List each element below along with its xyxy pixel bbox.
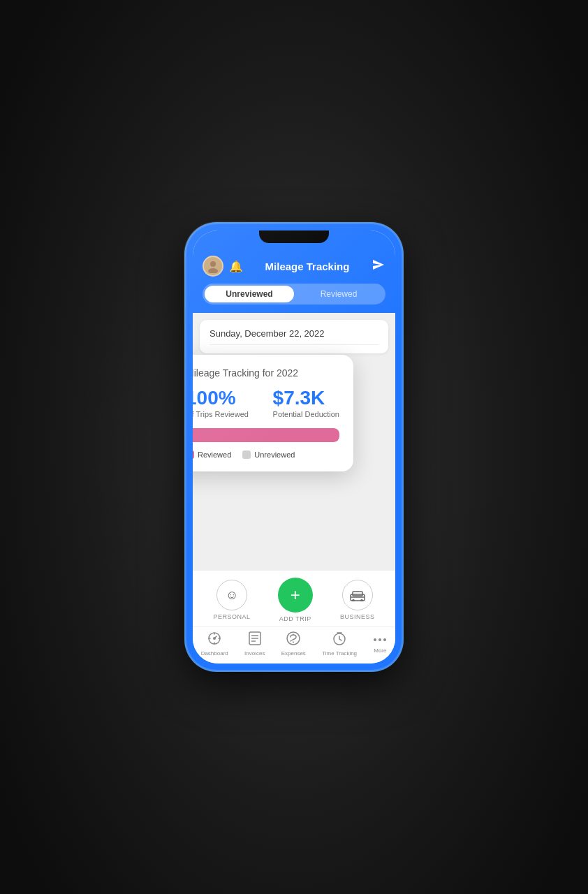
time-tracking-label: Time Tracking [322,650,357,657]
nav-expenses[interactable]: Expenses [281,631,306,657]
summary-title: Mileage Tracking for 2022 [193,367,339,379]
status-bar [193,230,395,250]
svg-point-5 [360,599,363,601]
personal-label: PERSONAL [214,613,251,620]
more-icon [373,631,387,646]
svg-point-15 [378,638,381,641]
phone-frame: 🔔 Mileage Tracking Unreviewed Reviewed [186,224,402,670]
svg-point-1 [208,268,218,273]
tab-reviewed[interactable]: Reviewed [294,286,383,302]
nav-dashboard[interactable]: Dashboard [201,631,228,657]
personal-button[interactable]: ☺ PERSONAL [214,580,251,620]
business-label: BUSINESS [340,613,375,620]
dashboard-icon [207,631,221,649]
progress-bar-container [193,428,339,442]
add-trip-label: ADD TRIP [279,615,311,622]
phone-mockup: 🔔 Mileage Tracking Unreviewed Reviewed [186,224,402,670]
trips-reviewed-label: Of Trips Reviewed [193,410,249,418]
notch [259,230,329,243]
legend-unreviewed: Unreviewed [242,450,295,459]
stats-row: 100% Of Trips Reviewed $7.3K Potential D… [193,388,339,418]
personal-icon: ☺ [216,580,247,610]
trips-reviewed-stat: 100% Of Trips Reviewed [193,388,249,418]
progress-bar-fill [193,428,339,442]
tab-bar: Unreviewed Reviewed [193,284,395,313]
svg-point-0 [210,261,216,267]
legend-reviewed: Reviewed [193,450,231,459]
send-icon[interactable] [372,258,385,274]
add-trip-button[interactable]: + ADD TRIP [278,578,313,622]
nav-time-tracking[interactable]: Time Tracking [322,631,357,657]
more-label: More [374,647,386,654]
phone-screen: 🔔 Mileage Tracking Unreviewed Reviewed [193,230,395,664]
expenses-icon [286,631,300,649]
legend: Reviewed Unreviewed [193,450,339,459]
expenses-label: Expenses [281,650,306,657]
time-tracking-icon [332,631,346,649]
date-label: Sunday, December 22, 2022 [210,328,378,345]
invoices-icon [249,631,261,649]
tab-unreviewed[interactable]: Unreviewed [205,286,294,302]
page-title: Mileage Tracking [243,261,372,272]
notification-icon[interactable]: 🔔 [229,260,243,273]
potential-deduction-stat: $7.3K Potential Deduction [273,388,339,418]
dashboard-label: Dashboard [201,650,228,657]
business-button[interactable]: BUSINESS [340,580,375,620]
summary-card: Mileage Tracking for 2022 100% Of Trips … [193,355,353,471]
bottom-nav: Dashboard Invoices [193,626,395,664]
main-content: Sunday, December 22, 2022 Mileage Tracki… [193,313,395,570]
svg-point-16 [383,638,386,641]
invoices-label: Invoices [244,650,265,657]
add-trip-icon: + [278,578,313,613]
business-icon [342,580,373,610]
app-header: 🔔 Mileage Tracking [193,250,395,284]
svg-point-4 [352,599,355,601]
svg-point-14 [374,638,376,641]
deduction-value: $7.3K [273,388,339,408]
trips-reviewed-value: 100% [193,388,249,408]
nav-invoices[interactable]: Invoices [244,631,265,657]
nav-more[interactable]: More [373,631,387,657]
unreviewed-dot [242,450,251,459]
deduction-label: Potential Deduction [273,410,339,418]
avatar[interactable] [203,256,223,277]
reviewed-dot [193,450,194,459]
svg-rect-3 [353,592,362,596]
action-bar: ☺ PERSONAL + ADD TRIP [193,570,395,626]
date-card: Sunday, December 22, 2022 [200,320,388,353]
